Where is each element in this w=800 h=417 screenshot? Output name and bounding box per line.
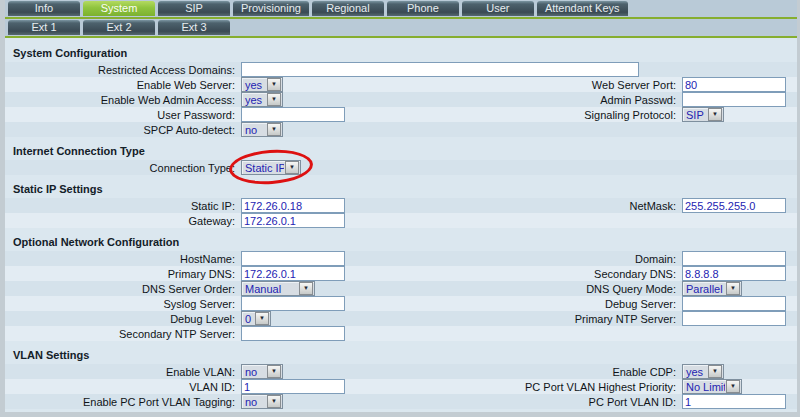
secondary-ntp-server-input[interactable]: [241, 326, 345, 341]
domain-label: Domain:: [441, 253, 676, 265]
field-cell: no▼: [235, 364, 441, 379]
field-cell: [676, 251, 797, 266]
pc-port-vlan-id-input[interactable]: [682, 394, 786, 409]
dns-server-order-selected-value: Manual: [242, 283, 298, 295]
field-cell: No Limit▼: [676, 379, 797, 394]
dns-query-mode-select[interactable]: Parallel▼: [682, 281, 742, 296]
static-ip-label: Static IP:: [5, 200, 235, 212]
section-vlan-settings: VLAN SettingsEnable VLAN:no▼Enable CDP:y…: [5, 348, 797, 409]
field-row: DNS Server Order:Manual▼DNS Query Mode:P…: [5, 281, 797, 296]
dropdown-arrow-icon[interactable]: ▼: [267, 78, 281, 91]
dropdown-arrow-icon[interactable]: ▼: [267, 395, 281, 408]
section-title: VLAN Settings: [5, 348, 797, 362]
primary-dns-label: Primary DNS:: [5, 268, 235, 280]
tab-ext-1[interactable]: Ext 1: [8, 20, 80, 35]
secondary-dns-input[interactable]: [682, 266, 786, 281]
signaling-protocol-select[interactable]: SIP▼: [682, 107, 724, 122]
dropdown-arrow-icon[interactable]: ▼: [267, 365, 281, 378]
primary-ntp-server-label: Primary NTP Server:: [441, 313, 676, 325]
dropdown-arrow-icon[interactable]: ▼: [726, 282, 740, 295]
field-cell: no▼: [235, 394, 441, 409]
user-password-label: User Password:: [5, 109, 235, 121]
debug-server-label: Debug Server:: [441, 298, 676, 310]
tab-regional[interactable]: Regional: [312, 1, 384, 16]
field-row: HostName:Domain:: [5, 251, 797, 266]
dropdown-arrow-icon[interactable]: ▼: [267, 123, 281, 136]
primary-dns-input[interactable]: [241, 266, 345, 281]
tab-phone[interactable]: Phone: [387, 1, 459, 16]
dropdown-arrow-icon[interactable]: ▼: [726, 380, 740, 393]
enable-cdp-select[interactable]: yes▼: [682, 364, 724, 379]
enable-web-server-select[interactable]: yes▼: [241, 77, 283, 92]
dropdown-arrow-icon[interactable]: ▼: [285, 161, 299, 174]
web-server-port-label: Web Server Port:: [441, 79, 676, 91]
pc-port-vlan-highest-priority-label: PC Port VLAN Highest Priority:: [441, 381, 676, 393]
enable-cdp-selected-value: yes: [683, 366, 707, 378]
dropdown-arrow-icon[interactable]: ▼: [267, 93, 281, 106]
dns-query-mode-selected-value: Parallel: [683, 283, 725, 295]
enable-web-server-label: Enable Web Server:: [5, 79, 235, 91]
section-title: System Configuration: [5, 46, 797, 60]
tab-provisioning[interactable]: Provisioning: [233, 1, 309, 16]
field-row: Secondary NTP Server:: [5, 326, 797, 341]
hostname-input[interactable]: [241, 251, 345, 266]
spcp-auto-detect-select[interactable]: no▼: [241, 122, 283, 137]
dns-server-order-select[interactable]: Manual▼: [241, 281, 315, 296]
static-ip-input[interactable]: [241, 198, 345, 213]
field-cell: [235, 198, 441, 213]
dns-query-mode-label: DNS Query Mode:: [441, 283, 676, 295]
field-cell: [676, 311, 797, 326]
domain-input[interactable]: [682, 251, 786, 266]
dropdown-arrow-icon[interactable]: ▼: [708, 108, 722, 121]
debug-level-selected-value: 0: [242, 313, 254, 325]
debug-server-input[interactable]: [682, 296, 786, 311]
field-row: Restricted Access Domains:: [5, 62, 797, 77]
pc-port-vlan-highest-priority-select[interactable]: No Limit▼: [682, 379, 742, 394]
secondary-dns-label: Secondary DNS:: [441, 268, 676, 280]
field-cell: Static IP▼: [235, 160, 441, 175]
tab-sip[interactable]: SIP: [158, 1, 230, 16]
enable-vlan-label: Enable VLAN:: [5, 366, 235, 378]
field-cell: yes▼: [676, 364, 797, 379]
field-cell: [676, 394, 797, 409]
enable-pc-port-vlan-tagging-label: Enable PC Port VLAN Tagging:: [5, 396, 235, 408]
admin-passwd-input[interactable]: [682, 92, 786, 107]
section-static-ip-settings: Static IP SettingsStatic IP:NetMask:Gate…: [5, 182, 797, 228]
field-cell: [235, 379, 441, 394]
tab-system[interactable]: System: [83, 1, 155, 16]
web-server-port-input[interactable]: [682, 77, 786, 92]
field-row: Static IP:NetMask:: [5, 198, 797, 213]
restricted-access-domains-input[interactable]: [241, 62, 639, 77]
tab-ext-3[interactable]: Ext 3: [158, 20, 230, 35]
hostname-label: HostName:: [5, 253, 235, 265]
netmask-label: NetMask:: [441, 200, 676, 212]
debug-level-select[interactable]: 0▼: [241, 311, 271, 326]
dropdown-arrow-icon[interactable]: ▼: [255, 312, 269, 325]
field-cell: SIP▼: [676, 107, 797, 122]
restricted-access-domains-label: Restricted Access Domains:: [5, 64, 235, 76]
enable-web-admin-access-select[interactable]: yes▼: [241, 92, 283, 107]
tab-user[interactable]: User: [462, 1, 534, 16]
signaling-protocol-selected-value: SIP: [683, 109, 707, 121]
field-row: Enable VLAN:no▼Enable CDP:yes▼: [5, 364, 797, 379]
section-system-configuration: System ConfigurationRestricted Access Do…: [5, 46, 797, 137]
vlan-id-input[interactable]: [241, 379, 345, 394]
field-cell: [235, 326, 441, 341]
field-cell: [235, 251, 441, 266]
field-cell: no▼: [235, 122, 441, 137]
tab-ext-2[interactable]: Ext 2: [83, 20, 155, 35]
connection-type-select[interactable]: Static IP▼: [241, 160, 301, 175]
field-cell: [235, 213, 441, 228]
primary-ntp-server-input[interactable]: [682, 311, 786, 326]
tab-attendant-keys[interactable]: Attendant Keys: [537, 1, 628, 16]
tab-info[interactable]: Info: [8, 1, 80, 16]
dropdown-arrow-icon[interactable]: ▼: [708, 365, 722, 378]
syslog-server-input[interactable]: [241, 296, 345, 311]
enable-pc-port-vlan-tagging-select[interactable]: no▼: [241, 394, 283, 409]
gateway-input[interactable]: [241, 213, 345, 228]
dropdown-arrow-icon[interactable]: ▼: [299, 282, 313, 295]
enable-vlan-select[interactable]: no▼: [241, 364, 283, 379]
netmask-input[interactable]: [682, 198, 786, 213]
user-password-input[interactable]: [241, 107, 345, 122]
field-cell: [676, 92, 797, 107]
